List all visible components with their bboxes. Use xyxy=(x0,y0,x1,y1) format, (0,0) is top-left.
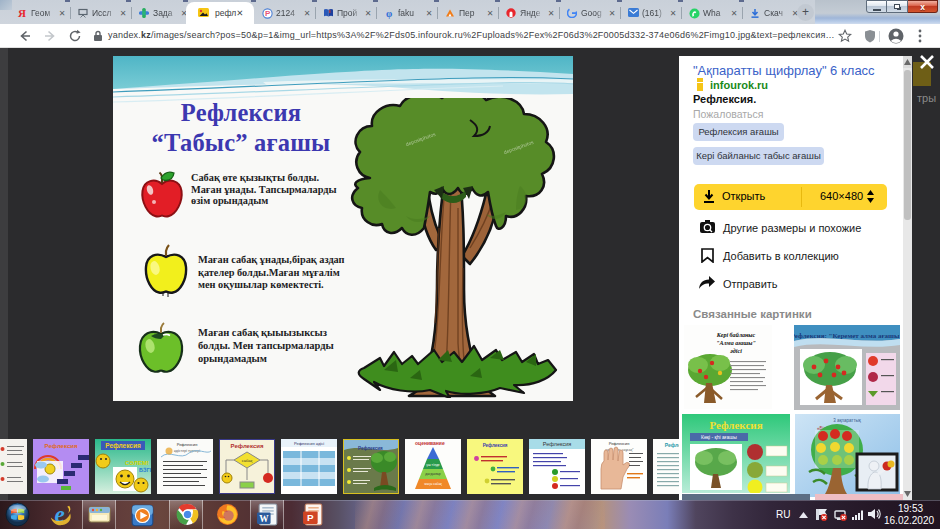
svg-text:Рефлексия: Рефлексия xyxy=(45,443,78,449)
svg-text:оценивание: оценивание xyxy=(415,440,445,446)
svg-text:Рефлексия: Рефлексия xyxy=(483,442,508,448)
svg-text:Рефлексия: Рефлексия xyxy=(709,419,762,431)
svg-text:φ: φ xyxy=(386,8,392,19)
svg-text:Рефлексия әдісі: Рефлексия әдісі xyxy=(294,441,324,446)
svg-text:Рефлексия: Рефлексия xyxy=(231,443,264,449)
svg-text:әдісі: әдісі xyxy=(730,348,742,354)
svg-text:"Алма ағашы": "Алма ағашы" xyxy=(716,340,756,346)
svg-text:Кері байланыс: Кері байланыс xyxy=(716,332,756,338)
svg-text:P: P xyxy=(307,512,314,523)
svg-text:Рефлексия: Рефлексия xyxy=(105,442,141,450)
svg-text:Рефлексия: Рефлексия xyxy=(609,441,630,446)
svg-text:Рефлексия: Рефлексия xyxy=(543,441,571,447)
svg-text:W: W xyxy=(259,514,269,524)
svg-text:Рефлексия: Рефлексия xyxy=(358,445,383,451)
svg-text:БӞГІН: БӞГІН xyxy=(139,467,151,473)
svg-text:дағдылар: дағдылар xyxy=(425,472,440,476)
svg-text:үш тілде: үш тілде xyxy=(426,463,440,467)
svg-text:Көқі - қһі ағашы: Көқі - қһі ағашы xyxy=(701,434,737,440)
svg-text:сабақ: сабақ xyxy=(242,458,253,463)
svg-text:Я: Я xyxy=(18,8,26,18)
svg-text:жаңа сабақ: жаңа сабақ xyxy=(424,482,442,486)
svg-text:P: P xyxy=(265,9,271,18)
svg-text:Рефлексия: Рефлексия xyxy=(177,442,198,447)
svg-text:Рефлексия: "Керемет алма ағашы: Рефлексия: "Керемет алма ағашы" xyxy=(794,332,900,340)
svg-text:СӘЛЕМ!: СӘЛЕМ! xyxy=(125,460,149,466)
svg-text:3 ақпараттық: 3 ақпараттық xyxy=(833,418,860,423)
